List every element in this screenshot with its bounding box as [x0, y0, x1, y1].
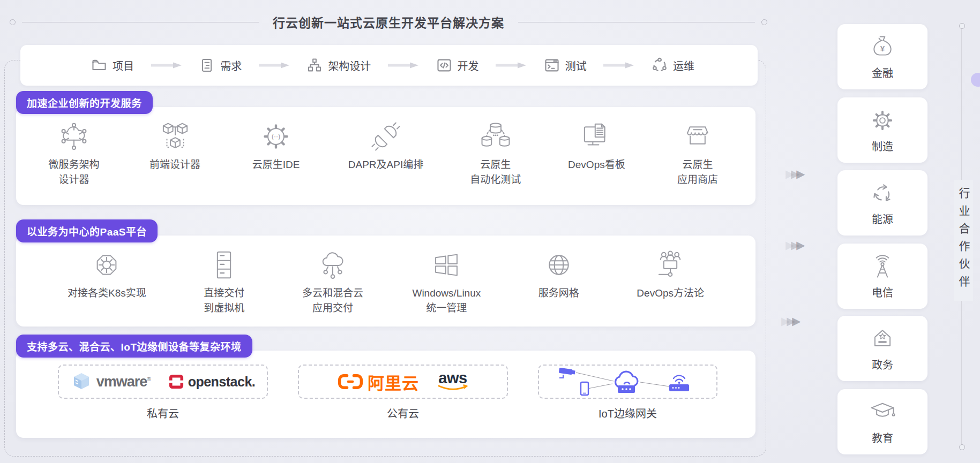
arrow-right-icon [602, 62, 635, 69]
kubernetes-icon [90, 248, 123, 282]
item-label: 前端设计器 [149, 157, 200, 172]
env-group-label: IoT边缘网关 [599, 405, 657, 421]
list-item: (··) 云原生IDE [247, 120, 305, 172]
item-label: 云原生 自动化测试 [470, 157, 521, 187]
environments-row: vmware® openstack. 私有云 [16, 351, 755, 421]
windows-linux-icon [430, 248, 463, 282]
public-cloud-box: 阿里云 aws [298, 365, 508, 399]
list-item: DAPR及API编排 [348, 120, 423, 172]
smartphone-icon [581, 382, 588, 395]
arrow-right-icon [258, 62, 291, 69]
panel-environments: 支持多云、混合云、IoT边缘侧设备等复杂环境 vmware® [16, 351, 755, 438]
panel-badge: 支持多云、混合云、IoT边缘侧设备等复杂环境 [16, 335, 252, 358]
workflow-step-testing: 测试 [544, 57, 587, 73]
openstack-logo: openstack. [169, 374, 256, 390]
solution-diagram: 行云创新一站式云原生开发平台解决方案 项目 需求 [0, 0, 980, 463]
openstack-wordmark: openstack. [188, 374, 256, 390]
list-item: 多云和混合云 应用交付 [302, 248, 363, 315]
alicloud-wordmark: 阿里云 [368, 370, 419, 394]
workflow-step-architecture: 架构设计 [306, 57, 371, 73]
partner-label: 电信 [872, 284, 893, 300]
arrow-right-icon [495, 62, 528, 69]
devops-methodology-icon [654, 248, 687, 282]
partner-label: 制造 [872, 138, 893, 154]
title-row: 行云创新一站式云原生开发平台解决方案 [10, 13, 767, 31]
workflow-step-label: 项目 [113, 58, 134, 73]
workflow-bar: 项目 需求 架构设计 开发 [20, 45, 758, 86]
partner-card-education: 教育 [837, 389, 927, 454]
axis-dot-bottom [959, 444, 965, 450]
private-cloud-box: vmware® openstack. [58, 365, 268, 399]
panel-badge: 加速企业创新的开发服务 [16, 91, 153, 114]
partner-card-energy: 能源 [837, 170, 927, 236]
list-item: DevOps方法论 [637, 248, 704, 301]
env-group-public-cloud: 阿里云 aws 公有云 [298, 365, 508, 421]
item-label: 云原生IDE [252, 157, 300, 172]
camera-icon [558, 368, 575, 378]
iot-gateway-box [538, 365, 717, 399]
item-label: Windows/Linux 统一管理 [412, 286, 481, 315]
workflow-step-operations: 运维 [652, 57, 694, 73]
arrow-right-icon [150, 62, 183, 69]
fast-forward-icon: ▶▶▶ [781, 315, 797, 328]
item-label: 云原生 应用商店 [677, 157, 718, 187]
ops-cycle-icon [652, 57, 668, 73]
item-label: 微服务架构 设计器 [48, 157, 99, 187]
item-label: DevOps方法论 [637, 286, 704, 301]
panel-dev-services: 加速企业创新的开发服务 微服务架构 设计器 前 [16, 107, 755, 205]
partner-label: 能源 [872, 211, 893, 226]
env-group-label: 公有云 [387, 405, 419, 421]
title-line-dot-left [10, 19, 16, 25]
cloud-ide-icon: (··) [259, 120, 293, 153]
architecture-icon [306, 57, 323, 73]
workflow-step-requirements: 需求 [199, 57, 242, 73]
energy-icon [869, 179, 896, 207]
automated-testing-icon [479, 120, 512, 153]
vmware-logo: vmware® [71, 371, 151, 392]
finance-icon: ¥ [869, 33, 896, 61]
list-item: 云原生 自动化测试 [467, 120, 525, 187]
panel-badge: 以业务为中心的PaaS平台 [16, 219, 158, 242]
requirements-doc-icon [199, 57, 215, 73]
cloud-gateway-icon [615, 371, 637, 393]
item-label: DevOps看板 [568, 157, 625, 172]
partner-card-government: 政务 [837, 316, 927, 381]
title-line-right [518, 22, 755, 22]
aws-wordmark: aws [438, 372, 467, 384]
fast-forward-icon: ▶▶▶ [786, 239, 802, 252]
fast-forward-icon: ▶▶▶ [786, 168, 802, 180]
title-line-left [22, 22, 259, 22]
arrow-right-icon [387, 62, 420, 69]
partner-label: 政务 [872, 356, 893, 372]
item-label: 多云和混合云 应用交付 [302, 286, 363, 315]
list-item: 云原生 应用商店 [669, 120, 727, 187]
government-icon [869, 325, 896, 353]
svg-text:¥: ¥ [880, 44, 885, 53]
api-orchestration-icon [369, 120, 402, 153]
vmware-wordmark: vmware® [96, 374, 151, 390]
workflow-step-development: 开发 [436, 57, 479, 73]
decorative-blob [971, 73, 980, 87]
router-icon [669, 376, 689, 391]
service-mesh-icon [542, 248, 575, 282]
item-label: 直接交付 到虚拟机 [204, 286, 244, 315]
virtual-machine-icon [207, 248, 241, 282]
panel-paas: 以业务为中心的PaaS平台 对接各类K8s实现 直接交付 到虚拟机 [16, 236, 755, 327]
dev-services-items: 微服务架构 设计器 前端设计器 (··) [16, 107, 755, 187]
workflow-step-project: 项目 [91, 57, 134, 73]
env-group-private-cloud: vmware® openstack. 私有云 [58, 365, 268, 421]
list-item: 对接各类K8s实现 [68, 248, 146, 301]
app-store-icon [681, 120, 714, 153]
item-label: DAPR及API编排 [348, 157, 423, 172]
aws-smile-icon [437, 384, 468, 391]
item-label: 对接各类K8s实现 [68, 286, 146, 301]
page-title: 行云创新一站式云原生开发平台解决方案 [265, 13, 512, 31]
code-window-icon [436, 57, 452, 73]
list-item: Windows/Linux 统一管理 [412, 248, 481, 315]
axis-dot-top [959, 23, 965, 29]
alicloud-icon [338, 374, 363, 390]
partner-card-finance: ¥ 金融 [837, 24, 927, 89]
paas-items: 对接各类K8s实现 直接交付 到虚拟机 多云和混合云 应用交付 [16, 236, 755, 315]
list-item: 服务网格 [530, 248, 588, 301]
env-group-iot-gateway: IoT边缘网关 [538, 365, 717, 421]
